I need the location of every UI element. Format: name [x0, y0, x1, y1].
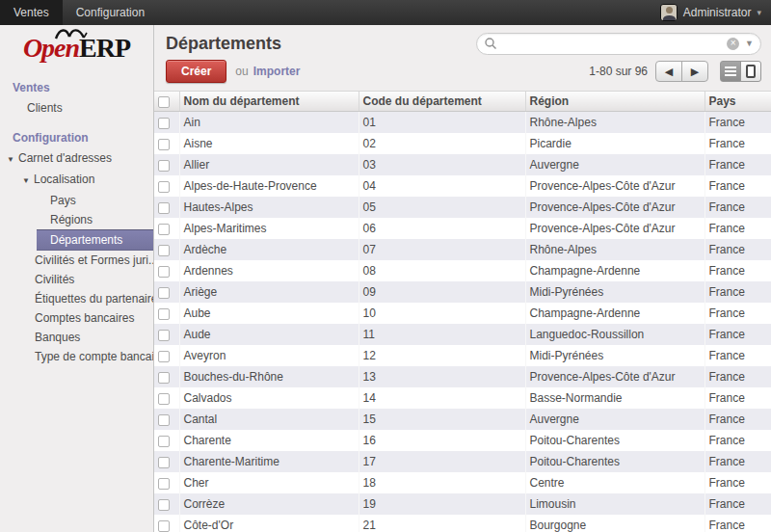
sidebar-item-r-gions[interactable]: Régions [0, 210, 153, 229]
sidebar-item-tiquettes-du-partenaire[interactable]: Étiquettes du partenaire [0, 289, 153, 308]
app-window: Ventes Configuration Administrator ▾ Ope… [0, 0, 771, 532]
sidebar-item-carnet-d-adresses[interactable]: ▼Carnet d'adresses [0, 148, 153, 170]
column-header-name[interactable]: Nom du département [179, 92, 359, 112]
row-checkbox[interactable] [158, 478, 170, 490]
action-row: Créer ou Importer 1-80 sur 96 ◀ ▶ [154, 58, 771, 91]
row-checkbox[interactable] [158, 436, 170, 447]
row-checkbox[interactable] [158, 393, 170, 405]
sidebar-item-clients[interactable]: Clients [0, 98, 153, 118]
sidebar-item-type-de-compte-bancaire[interactable]: Type de compte bancaire [0, 347, 153, 366]
sidebar-section-header: Ventes [0, 77, 153, 98]
table-row[interactable]: Bouches-du-Rhône13Provence-Alpes-Côte d'… [154, 366, 771, 387]
row-checkbox[interactable] [158, 118, 170, 129]
import-link[interactable]: Importer [253, 65, 301, 78]
table-row[interactable]: Ardennes08Champagne-ArdenneFrance [154, 260, 771, 281]
checkbox-cell [154, 303, 179, 324]
row-checkbox[interactable] [158, 414, 170, 426]
table-row[interactable]: Aube10Champagne-ArdenneFrance [154, 303, 771, 324]
country-cell: France [705, 366, 771, 387]
table-row[interactable]: Alpes-de-Haute-Provence04Provence-Alpes-… [154, 175, 771, 197]
country-cell: France [705, 175, 771, 197]
sidebar-item-label: Pays [50, 194, 76, 207]
country-cell: France [705, 493, 771, 515]
search-icon [484, 37, 497, 50]
form-view-button[interactable] [740, 61, 761, 82]
table-row[interactable]: Cher18CentreFrance [154, 472, 771, 493]
caret-icon[interactable]: ▼ [22, 175, 34, 187]
sidebar-item-d-partements[interactable]: Départements [37, 229, 153, 251]
search-input[interactable] [497, 37, 727, 50]
table-row[interactable]: Corrèze19LimousinFrance [154, 493, 771, 515]
table-row[interactable]: Ariège09Midi-PyrénéesFrance [154, 281, 771, 303]
row-checkbox[interactable] [158, 372, 170, 384]
column-header-code[interactable]: Code du département [359, 92, 525, 112]
row-checkbox[interactable] [158, 457, 170, 468]
table-row[interactable]: Allier03AuvergneFrance [154, 154, 771, 175]
sidebar-item-comptes-bancaires[interactable]: Comptes bancaires [0, 308, 153, 328]
table-row[interactable]: Hautes-Alpes05Provence-Alpes-Côte d'Azur… [154, 197, 771, 218]
table-row[interactable]: Ardèche07Rhône-AlpesFrance [154, 239, 771, 260]
table-row[interactable]: Côte-d'Or21BourgogneFrance [154, 515, 771, 532]
checkbox-cell [154, 281, 179, 303]
country-cell: France [705, 112, 771, 134]
row-checkbox[interactable] [158, 266, 170, 278]
checkbox-cell [154, 345, 179, 366]
name-cell: Charente [179, 430, 359, 451]
column-header-region[interactable]: Région [525, 92, 705, 112]
clear-search-icon[interactable]: × [727, 38, 739, 50]
table-row[interactable]: Charente-Maritime17Poitou-CharentesFranc… [154, 451, 771, 472]
table-row[interactable]: Cantal15AuvergneFrance [154, 409, 771, 430]
topbar-menu-ventes[interactable]: Ventes [0, 0, 63, 25]
row-checkbox[interactable] [158, 330, 170, 341]
pager-prev-button[interactable]: ◀ [655, 61, 682, 82]
sidebar-item-civilit-s-et-formes-juri[interactable]: Civilités et Formes juri... [0, 251, 153, 270]
table-row[interactable]: Aude11Languedoc-RoussillonFrance [154, 324, 771, 345]
row-checkbox[interactable] [158, 287, 170, 299]
user-menu[interactable]: Administrator ▾ [651, 0, 771, 25]
table-row[interactable]: Charente16Poitou-CharentesFrance [154, 430, 771, 451]
row-checkbox[interactable] [158, 181, 170, 193]
table-row[interactable]: Aveyron12Midi-PyrénéesFrance [154, 345, 771, 366]
search-dropdown-icon[interactable]: ▼ [745, 39, 754, 48]
checkbox-cell [154, 324, 179, 345]
row-checkbox[interactable] [158, 308, 170, 320]
checkbox-cell [154, 239, 179, 260]
sidebar-item-label: Civilités et Formes juri... [35, 253, 154, 267]
name-cell: Ariège [179, 281, 359, 303]
table-row[interactable]: Ain01Rhône-AlpesFrance [154, 112, 771, 134]
sidebar-item-civilit-s[interactable]: Civilités [0, 270, 153, 289]
pager-next-button[interactable]: ▶ [681, 61, 708, 82]
country-cell: France [705, 409, 771, 430]
region-cell: Provence-Alpes-Côte d'Azur [525, 218, 705, 239]
row-checkbox[interactable] [158, 139, 170, 150]
sidebar-item-pays[interactable]: Pays [0, 191, 153, 210]
checkbox-cell [154, 154, 179, 175]
select-all-checkbox[interactable] [158, 96, 170, 108]
list-view-button[interactable] [720, 61, 741, 82]
row-checkbox[interactable] [158, 202, 170, 214]
name-cell: Cantal [179, 409, 359, 430]
sidebar-item-label: Civilités [35, 273, 74, 286]
row-checkbox[interactable] [158, 520, 170, 532]
pager-range: 1-80 sur 96 [589, 65, 648, 78]
row-checkbox[interactable] [158, 224, 170, 235]
name-cell: Cher [179, 472, 359, 493]
name-cell: Bouches-du-Rhône [179, 366, 359, 387]
sidebar-item-banques[interactable]: Banques [0, 328, 153, 347]
row-checkbox[interactable] [158, 351, 170, 362]
region-cell: Champagne-Ardenne [525, 303, 705, 324]
row-checkbox[interactable] [158, 160, 170, 172]
table-row[interactable]: Calvados14Basse-NormandieFrance [154, 387, 771, 409]
column-header-country[interactable]: Pays [705, 92, 771, 112]
topbar-menu-configuration[interactable]: Configuration [63, 0, 158, 25]
create-button[interactable]: Créer [166, 60, 226, 83]
table-row[interactable]: Aisne02PicardieFrance [154, 133, 771, 154]
search-box[interactable]: × ▼ [476, 33, 761, 55]
region-cell: Rhône-Alpes [525, 112, 705, 134]
table-row[interactable]: Alpes-Maritimes06Provence-Alpes-Côte d'A… [154, 218, 771, 239]
row-checkbox[interactable] [158, 245, 170, 256]
sidebar-item-localisation[interactable]: ▼Localisation [0, 170, 153, 191]
row-checkbox[interactable] [158, 499, 170, 511]
region-cell: Basse-Normandie [525, 387, 705, 409]
caret-icon[interactable]: ▼ [7, 154, 18, 166]
